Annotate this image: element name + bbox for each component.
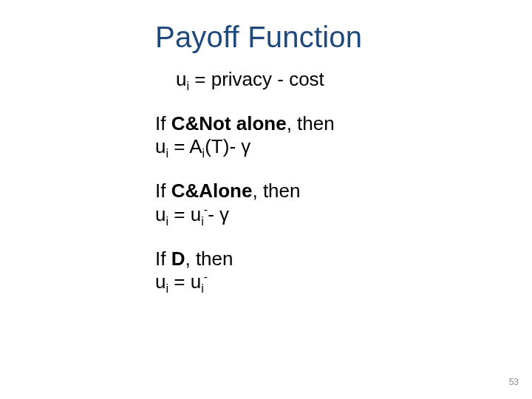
- if-text: If: [155, 112, 171, 134]
- case1-cond: C&Not alone: [171, 112, 287, 134]
- if-text: If: [155, 180, 171, 202]
- c1-tail: (T)- γ: [205, 135, 250, 157]
- equation-main: ui = privacy - cost: [155, 68, 335, 92]
- case3-cond: D: [171, 248, 185, 270]
- eq-rhs: = privacy - cost: [189, 68, 324, 90]
- case2-line2: ui = ui-- γ: [155, 203, 335, 227]
- case3-line2: ui = ui-: [155, 270, 335, 294]
- if-text: If: [155, 248, 171, 270]
- case-alone: If C&Alone, then ui = ui-- γ: [155, 180, 335, 226]
- case1-line1: If C&Not alone, then: [155, 112, 335, 136]
- c3-mid: = u: [168, 270, 201, 293]
- c2-tail: - γ: [208, 203, 229, 225]
- page-number: 53: [509, 377, 519, 387]
- case1-line2: ui = Ai(T)- γ: [155, 135, 335, 159]
- c3-sub2: i: [201, 282, 204, 296]
- eq-lhs: u: [176, 68, 186, 90]
- c2-lhs: u: [155, 203, 166, 225]
- case2-cond: C&Alone: [171, 180, 253, 202]
- case-not-alone: If C&Not alone, then ui = Ai(T)- γ: [155, 112, 335, 159]
- case2-line1: If C&Alone, then: [155, 180, 335, 203]
- slide: Payoff Function ui = privacy - cost If C…: [0, 0, 532, 399]
- then-text: , then: [252, 180, 300, 202]
- c2-mid: = u: [168, 203, 201, 225]
- c3-lhs: u: [155, 270, 166, 293]
- c3-sup: -: [204, 270, 208, 284]
- then-text: , then: [185, 248, 233, 270]
- c1-mid: = A: [168, 135, 202, 157]
- slide-body: ui = privacy - cost If C&Not alone, then…: [155, 68, 335, 315]
- slide-title: Payoff Function: [155, 21, 362, 54]
- case3-line1: If D, then: [155, 248, 335, 271]
- case-d: If D, then ui = ui-: [155, 248, 335, 294]
- then-text: , then: [287, 112, 335, 134]
- c2-sub2: i: [201, 214, 204, 228]
- c1-lhs: u: [155, 135, 166, 157]
